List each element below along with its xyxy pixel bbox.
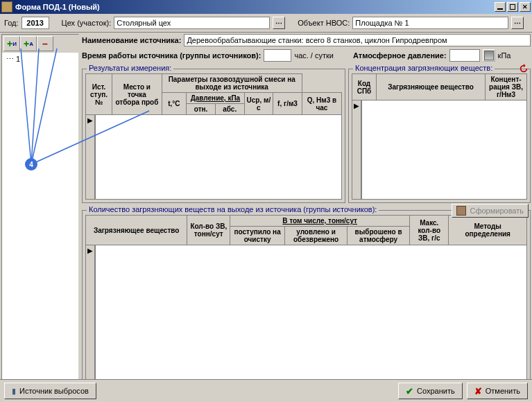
col-pr-abs: абс. <box>215 104 244 115</box>
col-q: Q, Нм3 в час <box>302 93 341 115</box>
quantity-fieldset: Количество загрязняющих веществ на выход… <box>82 210 531 392</box>
col-pr-rel: отн. <box>187 104 216 115</box>
sidebar-toolbar: +И +А – <box>2 35 78 53</box>
titlebar: Форма ПОД-1 (Новый) ✕ <box>0 0 532 14</box>
content-area: +И +А – ⋯ 1 Наименование источника: Врем… <box>0 33 532 393</box>
top-toolbar: Год: Цех (участок): ⋯ Объект НВОС: ⋯ <box>0 14 532 33</box>
sidebar: +И +А – ⋯ 1 <box>1 34 79 392</box>
col-params: Параметры газовоздушной смеси на выходе … <box>162 74 302 93</box>
time-unit-label: час. / сутки <box>294 51 334 60</box>
tree[interactable]: ⋯ 1 <box>2 53 78 391</box>
qty-col-trap: уловлено и обезврежено <box>285 227 347 245</box>
qty-col-emit: выброшено в атмосферу <box>347 227 410 245</box>
col-t: t,°C <box>162 93 187 115</box>
cancel-button[interactable]: ✘ Отменить <box>467 383 528 399</box>
col-stage: Ист. ступ. № <box>86 74 112 115</box>
concentration-legend: Концентрация загрязняющих веществ: <box>353 64 495 72</box>
col-subst: Загрязняющее вещество <box>377 74 486 101</box>
pressure-picker-button[interactable] <box>483 49 495 62</box>
gauge-icon <box>484 51 494 60</box>
qty-col-subst: Загрязняющее вещество <box>86 216 187 245</box>
save-button[interactable]: ✔ Сохранить <box>398 383 463 399</box>
close-button[interactable]: ✕ <box>520 2 531 12</box>
results-fieldset: Результаты измерения: Ист. ступ. № Место… <box>82 69 345 203</box>
minimize-button[interactable] <box>495 2 506 12</box>
main-panel: Наименование источника: Время работы ист… <box>79 34 531 392</box>
col-f: f, г/м3 <box>273 93 302 115</box>
add-alt-button[interactable]: +А <box>20 36 37 51</box>
quantity-legend: Количество загрязняющих веществ на выход… <box>87 205 379 213</box>
generate-label: Сформировать <box>470 207 524 215</box>
col-code: Код СПб <box>352 74 377 101</box>
window-title: Форма ПОД-1 (Новый) <box>15 3 495 11</box>
work-time-input[interactable] <box>264 49 291 62</box>
nvos-label: Объект НВОС: <box>298 19 350 27</box>
qty-col-max: Макс. кол-во ЗВ, г/с <box>410 216 449 245</box>
concentration-fieldset: Концентрация загрязняющих веществ: Код С… <box>348 69 531 203</box>
conc-row-indicator: ▶ <box>352 101 361 200</box>
qty-row-indicator: ▶ <box>85 245 95 388</box>
add-button[interactable]: +И <box>3 36 20 51</box>
footer-bar: ▮ Источник выбросов ✔ Сохранить ✘ Отмени… <box>0 379 532 402</box>
row-indicator: ▶ <box>85 115 95 200</box>
qty-grid-header: Загрязняющее вещество Кол-во ЗВ, тонн/су… <box>85 215 527 245</box>
conc-grid-body[interactable] <box>361 101 527 200</box>
refresh-button[interactable] <box>519 64 529 75</box>
workshop-browse-button[interactable]: ⋯ <box>273 17 285 29</box>
source-name-input[interactable] <box>184 34 531 46</box>
conc-grid-header: Код СПб Загрязняющее вещество Концент-ра… <box>352 73 527 101</box>
col-point: Место и точка отбора проб <box>112 74 162 115</box>
col-conc: Концент-рация ЗВ, г/Нм3 <box>486 74 527 101</box>
source-emissions-button[interactable]: ▮ Источник выбросов <box>4 383 96 399</box>
check-icon: ✔ <box>406 386 413 396</box>
pressure-unit-label: кПа <box>498 51 511 60</box>
save-label: Сохранить <box>417 387 455 395</box>
tree-item[interactable]: ⋯ 1 <box>3 54 77 64</box>
work-time-label: Время работы источника (группы источнико… <box>82 51 261 60</box>
maximize-button[interactable] <box>507 2 518 12</box>
source-emissions-label: Источник выбросов <box>19 387 89 395</box>
app-icon <box>1 1 12 12</box>
col-u: Uср, м/с <box>244 93 273 115</box>
pressure-input[interactable] <box>449 49 480 62</box>
year-input[interactable] <box>22 17 49 29</box>
x-icon: ✘ <box>474 386 482 396</box>
qty-col-qty: Кол-во ЗВ, тонн/сут <box>187 216 230 245</box>
cancel-label: Отменить <box>486 387 520 395</box>
source-name-label: Наименование источника: <box>82 36 181 44</box>
year-label: Год: <box>4 19 19 27</box>
qty-col-incl: В том числе, тонн/сут <box>230 216 410 227</box>
annotation-badge: 4 <box>25 158 37 171</box>
nvos-browse-button[interactable]: ⋯ <box>511 17 524 29</box>
qty-grid-body[interactable] <box>95 245 527 388</box>
workshop-input[interactable] <box>114 17 270 29</box>
nvos-input[interactable] <box>352 17 508 29</box>
results-grid-body[interactable] <box>95 115 342 200</box>
qty-col-method: Методы определения <box>449 216 527 245</box>
remove-button[interactable]: – <box>37 36 53 51</box>
col-pressure: Давление, кПа <box>187 93 244 104</box>
pressure-label: Атмосферное давление: <box>353 51 447 60</box>
workshop-label: Цех (участок): <box>62 19 112 27</box>
qty-col-clean: поступило на очистку <box>230 227 285 245</box>
results-grid-header: Ист. ступ. № Место и точка отбора проб П… <box>85 73 342 115</box>
generate-icon <box>456 206 466 216</box>
generate-button[interactable]: Сформировать <box>452 204 529 218</box>
results-legend: Результаты измерения: <box>87 64 173 72</box>
chimney-icon: ▮ <box>12 387 16 396</box>
